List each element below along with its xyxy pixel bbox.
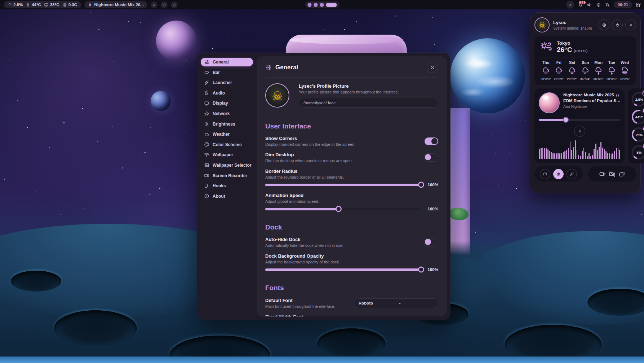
sidebar-item-bar[interactable]: Bar [201,68,253,77]
rain-icon [581,66,590,75]
animation-speed-value: 100% [425,207,438,211]
slider-knob[interactable] [336,206,342,212]
sidebar-item-network[interactable]: Network [201,109,253,118]
workspace-indicator[interactable] [305,1,339,8]
top-bar: 2.8% 44°C 38°C 9.3G Nightcore Music Mix … [0,0,644,9]
setting-auto-hide-dock: Auto-Hide Dock Automatically hide the do… [265,237,438,248]
user-avatar: ☠ [534,17,550,32]
sidebar-item-wallpaper[interactable]: Wallpaper [201,150,253,159]
auto-hide-dock-toggle[interactable] [424,238,438,246]
border-radius-slider[interactable] [265,184,421,186]
cpu-gauge: 2.8% [631,91,644,107]
volume-button[interactable] [587,2,592,8]
control-panel: ☠ Lysec System uptime: 1h16m [530,12,641,193]
slider-knob[interactable] [418,267,424,273]
crater [11,271,61,292]
setting-label: Lysec's Profile Picture [299,83,438,89]
sidebar-item-screen-recorder[interactable]: Screen Recorder [201,171,253,180]
progress-knob[interactable] [563,117,569,123]
screen-record-off-button[interactable] [609,171,616,178]
rain-icon [554,66,563,75]
media-pill[interactable]: Nightcore Music Mix 20... [84,1,147,8]
power-button[interactable] [612,19,623,30]
crater [317,328,386,359]
settings-button[interactable] [599,19,609,30]
system-stats-pill[interactable]: 2.8% 44°C 38°C 9.3G [4,1,81,8]
animation-speed-slider[interactable] [265,208,421,210]
forecast-day: Fri 26°/22° [552,60,566,81]
setting-description: Your profile picture that appears throug… [299,90,438,94]
sidebar-item-display[interactable]: Display [201,99,253,108]
sliders-icon [265,64,272,71]
do-not-disturb-button[interactable] [605,2,610,8]
close-panel-button[interactable] [625,19,636,30]
forecast-day: Thu 30°/23° [539,60,552,81]
sidebar-item-weather[interactable]: Weather [201,130,253,139]
notifications-button[interactable]: 23 [578,2,583,8]
network-usage-icon [62,3,67,7]
audio-visualizer [539,140,620,159]
close-button[interactable] [427,62,438,73]
pause-button[interactable] [574,126,585,137]
sidebar-item-launcher[interactable]: Launcher [201,78,253,87]
speaker-icon [587,2,592,8]
workspace-dot[interactable] [307,3,311,7]
cloud-icon [204,132,209,137]
show-corners-toggle[interactable] [425,137,438,145]
close-icon [629,23,633,27]
dock-opacity-slider[interactable] [265,268,421,271]
slider-knob[interactable] [418,182,424,188]
sidebar-item-audio[interactable]: Audio [201,89,253,97]
tray-app-icon [568,3,572,7]
sidebar-item-color-scheme[interactable]: Color Scheme [201,140,253,149]
sidebar-item-about[interactable]: About [201,192,253,201]
system-monitors-card: 2.8% 44°C 29% 6% [628,88,644,163]
favorite-button-2[interactable] [171,1,178,8]
workspace-active[interactable] [326,3,337,7]
temperature-gauge: 44°C [631,109,644,125]
power-profile-card [534,166,583,182]
profile-avatar[interactable]: ☠ [265,83,289,108]
workspace-dot[interactable] [320,3,324,7]
sidebar-item-general[interactable]: General [201,58,253,66]
border-radius-value: 100% [425,183,438,187]
brightness-button[interactable] [596,2,601,8]
rain-icon [541,66,550,75]
divider [539,57,631,57]
performance-profile-button[interactable] [540,169,550,179]
settings-sidebar: General Bar Launcher Audio Display Netwo… [201,56,253,316]
screen-tools-card [588,166,636,182]
default-font-dropdown[interactable]: Roboto [354,298,438,308]
media-progress-bar[interactable] [539,119,620,121]
user-card: ☠ Lysec System uptime: 1h16m [534,17,636,33]
clock[interactable]: 00:21 [614,1,632,8]
tray-icon[interactable] [566,1,574,9]
power-saver-profile-button[interactable] [567,169,577,179]
sidebar-item-brightness[interactable]: Brightness [201,120,253,128]
sidebar-item-hooks[interactable]: Hooks [201,182,253,190]
section-header-user-interface: User Interface [265,122,438,130]
sidebar-item-wallpaper-selector[interactable]: Wallpaper Selector [201,161,253,170]
skull-avatar-glyph: ☠ [538,21,546,29]
dim-desktop-toggle[interactable] [424,153,438,162]
system-uptime: System uptime: 1h16m [553,26,595,30]
album-art [539,92,560,113]
weather-temp: 26°C [557,46,572,53]
balanced-profile-button[interactable] [553,169,564,179]
weather-city: Tokyo [557,40,587,46]
profile-path-input[interactable]: /home/lysec/.face [299,98,438,108]
profile-setting: ☠ Lysec's Profile Picture Your profile p… [265,83,438,108]
setting-default-font: Default Font Main font used throughout t… [265,298,438,309]
favorite-button[interactable] [161,1,168,8]
pause-icon [578,129,582,133]
temperature-icon [26,3,30,7]
emoji-picker-button[interactable] [151,1,157,8]
app-launcher-button[interactable] [636,2,641,8]
screen-record-button[interactable] [599,171,606,178]
content-header: General [265,56,438,77]
setting-border-radius: Border Radius Adjust the rounded border … [265,169,438,179]
leaf-icon [569,172,574,176]
workspace-dot[interactable] [314,3,317,7]
disk-gauge: 6% [631,144,644,160]
screenshot-button[interactable] [618,171,625,178]
